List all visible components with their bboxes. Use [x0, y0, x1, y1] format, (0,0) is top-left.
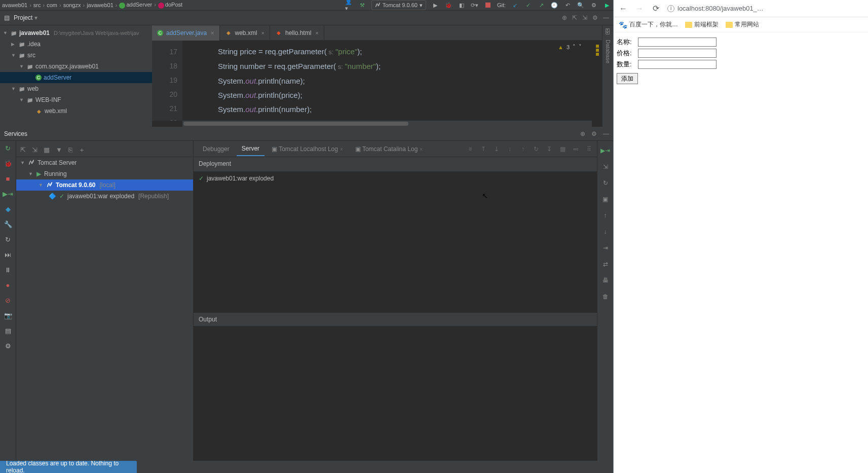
breadcrumb-item[interactable]: avaweb01 — [2, 2, 31, 8]
locate-icon[interactable]: ⊕ — [580, 130, 585, 137]
debug-button-icon[interactable]: 🐞 — [444, 1, 452, 9]
down2-icon[interactable]: ↓ — [506, 145, 514, 153]
up-icon[interactable]: ↑ — [604, 212, 607, 219]
export-icon[interactable]: ⇥ — [603, 244, 608, 251]
settings-icon[interactable]: ⚙ — [4, 342, 12, 350]
run-config-selector[interactable]: 🗲 Tomcat 9.0.60▾ — [371, 0, 426, 10]
database-icon[interactable]: 🗄 — [605, 28, 612, 35]
stop-icon[interactable]: ■ — [4, 174, 12, 183]
breadcrumb-item[interactable]: com — [47, 2, 61, 8]
site-info-icon[interactable]: i — [667, 5, 674, 12]
artifact-icon[interactable]: ◆ — [4, 205, 12, 213]
down-icon[interactable]: ↓ — [604, 228, 607, 235]
svc-artifact[interactable]: 🔷✓javaweb01:war exploded[Republish] — [16, 191, 193, 202]
run-button-icon[interactable]: ▶ — [431, 1, 439, 9]
sort-icon[interactable]: ↧ — [545, 145, 553, 153]
chevron-up-icon[interactable]: ˄ — [573, 44, 576, 50]
close-icon[interactable]: × — [420, 147, 423, 152]
git-push-icon[interactable]: ↗ — [537, 1, 545, 9]
refresh-icon[interactable]: ↻ — [603, 179, 608, 187]
stop-button-icon[interactable] — [484, 1, 492, 9]
tree-file-webxml[interactable]: ◆web.xml — [0, 105, 152, 117]
reload-icon[interactable]: ⟳ — [651, 4, 660, 13]
close-icon[interactable]: × — [315, 30, 318, 36]
undo-icon[interactable]: ↶ — [563, 1, 572, 9]
tab-addserver-java[interactable]: CaddServer.java× — [152, 25, 220, 41]
settings-icon[interactable]: ⚙ — [590, 1, 598, 9]
services-tree[interactable]: ⇱ ⇲ ▦ ▼ ⎘ ＋ ▼🗲Tomcat Server ▼▶Running ▼🗲… — [16, 141, 194, 461]
trash-icon[interactable]: 🗑 — [602, 293, 609, 300]
forward-icon[interactable]: → — [635, 4, 644, 13]
group-icon[interactable]: ▦ — [44, 146, 50, 154]
tree-folder-webinf[interactable]: ▼WEB-INF — [0, 94, 152, 105]
locate-icon[interactable]: ⊕ — [562, 14, 567, 21]
tree-class-addserver[interactable]: CaddServer — [0, 72, 152, 83]
add-button[interactable]: 添加 — [617, 73, 638, 84]
breadcrumb-item[interactable]: addServer — [119, 2, 156, 8]
tree-folder-idea[interactable]: ▶.idea — [0, 39, 152, 50]
tab-web-xml[interactable]: ◆web.xml× — [220, 25, 270, 41]
svc-root-tomcat-server[interactable]: ▼🗲Tomcat Server — [16, 157, 193, 168]
debug-icon[interactable]: 🐞 — [4, 159, 12, 167]
deploy-icon[interactable]: ▶⇥ — [4, 190, 12, 198]
code-with-me-icon[interactable]: 👤▾ — [345, 1, 353, 9]
horizontal-scrollbar[interactable] — [182, 121, 592, 127]
pause-icon[interactable]: ⏸ — [4, 266, 12, 274]
bookmark-common[interactable]: 常用网站 — [726, 20, 759, 29]
deployment-list[interactable]: ✓javaweb01:war exploded — [194, 172, 597, 312]
editor-body[interactable]: 171819202122 String price = req.getParam… — [152, 41, 602, 121]
close-icon[interactable]: × — [211, 30, 214, 36]
print-icon[interactable]: 🖶 — [602, 277, 609, 284]
tree-project-root[interactable]: ▼javaweb01D:\mygitee\Java Web\java-web\j… — [0, 27, 152, 39]
mute-bp-icon[interactable]: ⊘ — [4, 296, 12, 304]
hammer-build-icon[interactable]: ⚒ — [358, 1, 366, 9]
database-tool-stripe[interactable]: 🗄 Database — [602, 25, 613, 127]
input-name[interactable] — [638, 38, 716, 47]
soft-wrap-icon[interactable]: ≡ — [466, 145, 474, 153]
step-over-icon[interactable]: ⏭ — [4, 250, 12, 259]
back-icon[interactable]: ← — [619, 4, 628, 13]
undeploy-icon[interactable]: ⇲ — [603, 163, 608, 170]
tab-debugger[interactable]: Debugger — [198, 142, 235, 156]
close-icon[interactable]: × — [261, 30, 265, 36]
settings-icon[interactable]: ⚙ — [591, 130, 597, 137]
output-body[interactable] — [194, 326, 597, 461]
add-icon[interactable]: ＋ — [79, 145, 85, 155]
reload-icon[interactable]: ↻ — [4, 235, 12, 243]
hide-icon[interactable]: — — [603, 14, 609, 21]
tab-tomcat-catalina-log[interactable]: ▣ Tomcat Catalina Log× — [350, 142, 428, 156]
git-commit-icon[interactable]: ✓ — [524, 1, 532, 9]
svc-node-tomcat9060[interactable]: ▼🗲Tomcat 9.0.60[local] — [16, 179, 193, 191]
git-pull-icon[interactable]: ↙ — [511, 1, 519, 9]
breadcrumb-item[interactable]: javaweb01 — [87, 2, 117, 8]
gutter[interactable]: 171819202122 — [152, 41, 182, 121]
breakpoint-icon[interactable]: ● — [4, 281, 12, 289]
hide-icon[interactable]: — — [603, 130, 609, 137]
rerun-icon[interactable]: ↻ — [4, 144, 12, 152]
bookmark-baidu[interactable]: 🐾百度一下，你就… — [619, 20, 678, 29]
deploy-all-icon[interactable]: ▶⇥ — [600, 147, 610, 154]
camera-icon[interactable]: 📷 — [4, 311, 12, 319]
settings-icon[interactable]: ≕ — [572, 145, 580, 153]
profile-icon[interactable]: ⟳▾ — [471, 1, 479, 9]
collapse-all-icon[interactable]: ⇲ — [582, 14, 587, 21]
chevron-down-icon[interactable]: ˅ — [579, 44, 582, 50]
tree-folder-web[interactable]: ▼web — [0, 83, 152, 94]
browser-icon[interactable]: ▣ — [602, 196, 608, 203]
tab-hello-html[interactable]: ◆hello.html× — [270, 25, 324, 41]
tree-folder-src[interactable]: ▼src — [0, 50, 152, 61]
close-icon[interactable]: × — [340, 147, 343, 152]
more-icon[interactable]: ⠿ — [585, 145, 593, 153]
up2-icon[interactable]: ↑ — [519, 145, 527, 153]
rerun-icon[interactable]: ↻ — [532, 145, 540, 153]
grid-icon[interactable]: ▦ — [558, 145, 567, 153]
input-price[interactable] — [638, 49, 716, 58]
error-stripe[interactable] — [596, 45, 601, 105]
svc-running-group[interactable]: ▼▶Running — [16, 168, 193, 179]
input-qty[interactable] — [638, 60, 716, 69]
address-bar[interactable]: i localhost:8080/javaweb01_… — [667, 5, 863, 12]
expand-icon[interactable]: ⇱ — [20, 146, 26, 154]
settings-icon[interactable]: ⚙ — [592, 14, 598, 21]
inspection-widget[interactable]: ▲3 ˄ ˅ — [558, 44, 582, 50]
project-tree[interactable]: ▼javaweb01D:\mygitee\Java Web\java-web\j… — [0, 25, 152, 127]
